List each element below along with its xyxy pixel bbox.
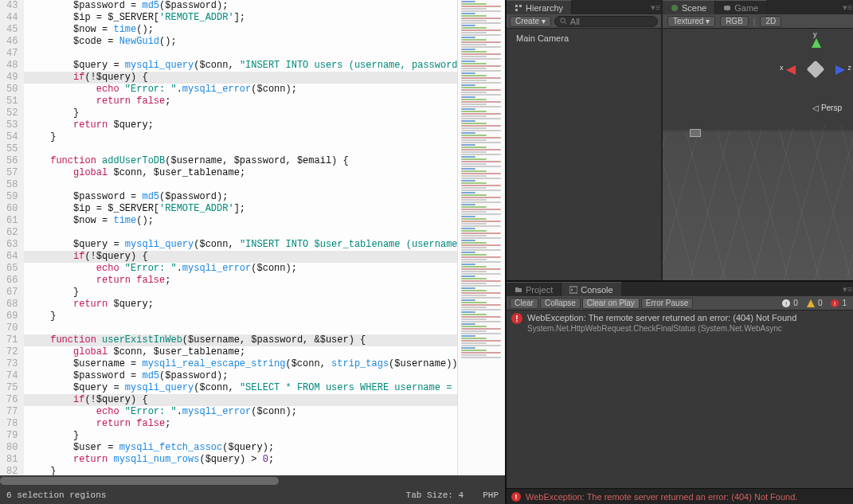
- code-line[interactable]: $query = mysqli_query($conn, "INSERT INT…: [24, 239, 457, 251]
- code-line[interactable]: [24, 227, 457, 239]
- hierarchy-panel: Hierarchy ▾≡ Create ▾ All Main Camera: [507, 0, 663, 280]
- code-area[interactable]: $password = md5($password); $ip = $_SERV…: [24, 0, 457, 475]
- code-line[interactable]: $password = md5($password);: [24, 370, 457, 382]
- code-line[interactable]: [24, 48, 457, 60]
- tab-console[interactable]: Console: [561, 282, 621, 296]
- tab-game[interactable]: Game: [715, 0, 767, 14]
- code-line[interactable]: global $conn, $user_tablename;: [24, 167, 457, 179]
- code-line[interactable]: $user = mysqli_fetch_assoc($query);: [24, 442, 457, 454]
- hierarchy-tabbar: Hierarchy ▾≡: [507, 0, 661, 14]
- horizontal-scrollbar[interactable]: [0, 475, 505, 486]
- scene-rgb-button[interactable]: RGB: [720, 16, 749, 27]
- code-line[interactable]: return $query;: [24, 119, 457, 131]
- scene-icon: [671, 4, 679, 12]
- code-line[interactable]: $now = time();: [24, 215, 457, 227]
- code-line[interactable]: $ip = $_SERVER['REMOTE_ADDR'];: [24, 12, 457, 24]
- scene-textured-button[interactable]: Textured ▾: [667, 16, 715, 27]
- tab-scene[interactable]: Scene: [663, 0, 715, 14]
- code-line[interactable]: echo "Error: ".mysqli_error($conn);: [24, 84, 457, 96]
- unity-statusbar[interactable]: ! WebException: The remote server return…: [507, 488, 853, 504]
- code-line[interactable]: [24, 179, 457, 191]
- scene-gizmo[interactable]: y x z: [788, 41, 843, 97]
- console-log-row[interactable]: ! WebException: The remote server return…: [507, 311, 853, 336]
- code-line[interactable]: }: [24, 430, 457, 442]
- code-line[interactable]: $password = md5($password);: [24, 191, 457, 203]
- tab-console-label: Console: [581, 285, 612, 295]
- tab-scene-label: Scene: [682, 3, 706, 13]
- code-line[interactable]: echo "Error: ".mysqli_error($conn);: [24, 263, 457, 275]
- tab-drag-icon[interactable]: ▾≡: [842, 0, 853, 14]
- gizmo-label-y: y: [813, 30, 817, 38]
- warn-count-badge[interactable]: 0: [803, 299, 826, 308]
- hierarchy-item[interactable]: Main Camera: [513, 32, 655, 45]
- code-line[interactable]: }: [24, 131, 457, 143]
- console-collapse-button[interactable]: Collapse: [540, 298, 581, 309]
- status-language[interactable]: PHP: [483, 490, 499, 500]
- gizmo-cube[interactable]: [807, 61, 825, 79]
- code-line[interactable]: }: [24, 466, 457, 475]
- console-clear-button[interactable]: Clear: [510, 298, 538, 309]
- tab-project[interactable]: Project: [507, 282, 561, 296]
- camera-icon[interactable]: [690, 129, 701, 137]
- code-editor: 4344454647484950515253545556575859606162…: [0, 0, 505, 504]
- code-line[interactable]: return false;: [24, 96, 457, 107]
- console-toolbar: Clear Collapse Clear on Play Error Pause…: [507, 296, 853, 311]
- console-clear-on-play-button[interactable]: Clear on Play: [582, 298, 640, 309]
- code-line[interactable]: return mysqli_num_rows($query) > 0;: [24, 454, 457, 466]
- code-line[interactable]: if(!$query) {: [24, 251, 457, 263]
- tab-hierarchy[interactable]: Hierarchy: [507, 0, 572, 14]
- code-line[interactable]: return $query;: [24, 299, 457, 311]
- create-button[interactable]: Create ▾: [510, 16, 551, 27]
- error-count-badge[interactable]: ! 1: [827, 299, 850, 308]
- tab-drag-icon[interactable]: ▾≡: [650, 0, 661, 14]
- code-line[interactable]: [24, 143, 457, 155]
- code-line[interactable]: return false;: [24, 275, 457, 287]
- console-error-pause-button[interactable]: Error Pause: [641, 298, 693, 309]
- line-number-gutter[interactable]: 4344454647484950515253545556575859606162…: [0, 0, 24, 475]
- hierarchy-list[interactable]: Main Camera: [507, 29, 661, 280]
- separator-icon: |: [753, 17, 756, 25]
- status-selection[interactable]: 6 selection regions: [6, 490, 106, 500]
- tab-game-label: Game: [734, 3, 758, 13]
- svg-text:!: !: [785, 300, 787, 307]
- project-icon: [515, 286, 522, 294]
- code-line[interactable]: $ip = $_SERVER['REMOTE_ADDR'];: [24, 203, 457, 215]
- code-line[interactable]: $now = time();: [24, 24, 457, 36]
- code-line[interactable]: function userExistInWeb($username, $pass…: [24, 334, 457, 346]
- gizmo-axis-z[interactable]: [835, 65, 845, 75]
- scene-persp-label[interactable]: ◁ Persp: [812, 104, 842, 112]
- minimap[interactable]: [457, 0, 505, 475]
- code-line[interactable]: $password = md5($password);: [24, 0, 457, 12]
- gizmo-axis-x[interactable]: [786, 65, 796, 75]
- code-line[interactable]: echo "Error: ".mysqli_error($conn);: [24, 406, 457, 418]
- console-log-list[interactable]: ! WebException: The remote server return…: [507, 311, 853, 488]
- scene-panel: Scene Game ▾≡ Textured ▾ RGB | 2D: [663, 0, 853, 280]
- code-line[interactable]: function addUserToDB($username, $passwor…: [24, 155, 457, 167]
- code-line[interactable]: if(!$query) {: [24, 72, 457, 84]
- code-line[interactable]: global $conn, $user_tablename;: [24, 346, 457, 358]
- status-tabsize[interactable]: Tab Size: 4: [406, 490, 464, 500]
- console-icon: [569, 286, 577, 294]
- code-line[interactable]: if(!$query) {: [24, 394, 457, 406]
- unity-editor: Hierarchy ▾≡ Create ▾ All Main Camera: [505, 0, 853, 504]
- code-line[interactable]: $username = mysqli_real_escape_string($c…: [24, 358, 457, 370]
- code-line[interactable]: }: [24, 107, 457, 119]
- code-line[interactable]: $query = mysqli_query($conn, "INSERT INT…: [24, 60, 457, 72]
- scene-2d-button[interactable]: 2D: [760, 16, 781, 27]
- code-line[interactable]: }: [24, 311, 457, 322]
- svg-marker-12: [807, 299, 815, 307]
- code-line[interactable]: $code = NewGuid();: [24, 36, 457, 48]
- tab-project-label: Project: [526, 285, 553, 295]
- svg-text:!: !: [834, 300, 835, 307]
- scrollbar-thumb[interactable]: [0, 477, 279, 485]
- svg-rect-2: [515, 9, 518, 11]
- code-line[interactable]: }: [24, 287, 457, 299]
- gizmo-axis-y[interactable]: [812, 38, 821, 48]
- info-count-badge[interactable]: ! 0: [778, 299, 801, 308]
- code-line[interactable]: $query = mysqli_query($conn, "SELECT * F…: [24, 382, 457, 394]
- hierarchy-search[interactable]: All: [554, 16, 658, 27]
- scene-viewport[interactable]: y x z ◁ Persp: [663, 29, 853, 280]
- code-line[interactable]: [24, 322, 457, 334]
- code-line[interactable]: return false;: [24, 418, 457, 430]
- tab-drag-icon[interactable]: ▾≡: [842, 282, 853, 296]
